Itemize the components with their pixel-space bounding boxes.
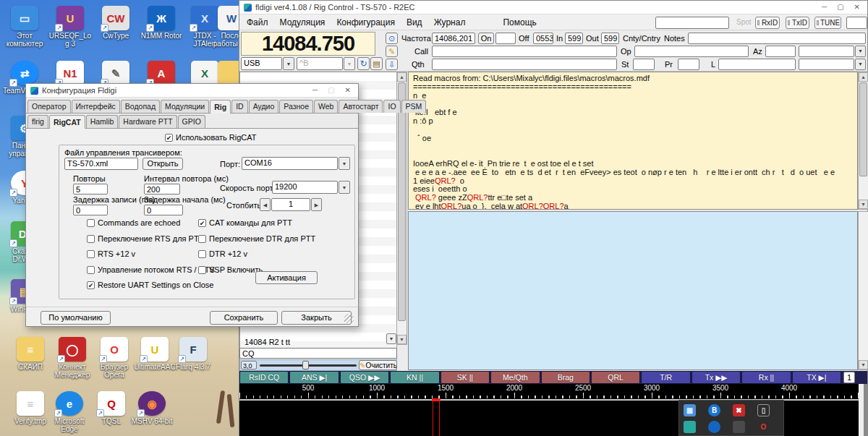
menu-4[interactable]: Вид: [401, 17, 428, 27]
maximize-icon[interactable]: ▢: [328, 84, 334, 97]
subtab-flrig[interactable]: flrig: [27, 115, 48, 128]
checkbox-icon[interactable]: [87, 250, 95, 258]
retries-input[interactable]: 5: [73, 184, 108, 195]
macro-button-3[interactable]: QSO ▶▶: [340, 371, 389, 384]
tab-io[interactable]: IO: [383, 100, 400, 113]
subtab-hardware-ptt[interactable]: Hardware PTT: [119, 115, 176, 128]
rst-out-input[interactable]: 599: [601, 33, 619, 44]
close-icon[interactable]: ✕: [854, 1, 860, 14]
tab-psm[interactable]: PSM: [401, 100, 427, 113]
macro-button-8[interactable]: QRL: [591, 371, 640, 384]
frequency-display[interactable]: 14084.750: [241, 32, 375, 56]
baud-combo[interactable]: 19200: [272, 181, 338, 194]
macro-button-7[interactable]: Brag: [541, 371, 590, 384]
macro-button-4[interactable]: KN ||: [390, 371, 439, 384]
macro-button-6[interactable]: Me/Qth: [490, 371, 540, 384]
pr-input[interactable]: [678, 59, 699, 70]
menu-3[interactable]: Конфигурация: [331, 17, 401, 27]
mode-select[interactable]: USB: [241, 57, 282, 70]
macro-button-1[interactable]: RsID CQ: [239, 371, 289, 384]
notes-dropdown-icon[interactable]: ▼: [855, 59, 866, 70]
macro-button-9[interactable]: T/R: [641, 371, 690, 384]
fldigi-titlebar[interactable]: fldigi ver4.1.08 / Rig Control - TS-570 …: [239, 1, 867, 14]
macro-button-10[interactable]: Tx ▶▶: [692, 371, 741, 384]
notes-combo[interactable]: [799, 59, 854, 70]
tab-оператор[interactable]: Оператор: [27, 100, 71, 113]
stopbits-increment-icon[interactable]: ▶: [311, 198, 322, 211]
scrollbar-thumb[interactable]: [398, 82, 406, 321]
menu-1[interactable]: Файл: [241, 17, 274, 27]
sync-button[interactable]: ↻: [357, 57, 370, 70]
menu-6[interactable]: Помощь: [497, 17, 542, 27]
cq-search-input[interactable]: CQ: [239, 348, 397, 359]
mode-dropdown-icon[interactable]: ▼: [283, 57, 294, 70]
tx-text[interactable]: [408, 211, 858, 370]
desktop-icon-urseqf-log[interactable]: U↗URSEQF_Log 3: [48, 6, 92, 48]
stopbits-decrement-icon[interactable]: ◀: [260, 198, 271, 211]
close-button[interactable]: Закрыть: [281, 311, 352, 325]
checkbox-icon[interactable]: [198, 235, 206, 243]
tray-power-blue-icon[interactable]: [708, 421, 720, 433]
clear-log-button[interactable]: ✎: [386, 46, 398, 57]
tab-web[interactable]: Web: [314, 100, 338, 113]
desktop-icon-ultimateaac[interactable]: U↗UltimateAAC: [133, 337, 176, 371]
macro-button-11[interactable]: Rx ||: [741, 371, 791, 384]
desktop-icon-ms-edge[interactable]: e↗Microsoft Edge: [48, 391, 91, 433]
freq-input[interactable]: 14086,201: [432, 33, 475, 44]
call-input[interactable]: [432, 46, 617, 57]
subtab-rigcat[interactable]: RigCAT: [49, 115, 85, 129]
tray-keyboard-icon[interactable]: ▦: [684, 404, 696, 416]
tray-bluetooth-icon[interactable]: B: [708, 404, 720, 416]
port-dropdown-icon[interactable]: ▼: [339, 157, 350, 170]
rxid-toggle[interactable]: RxID: [755, 17, 780, 29]
qrz-search-button[interactable]: ⊙: [386, 33, 398, 44]
scrollbar-thumb[interactable]: [859, 82, 867, 176]
country-combo[interactable]: [799, 46, 854, 57]
qth-input[interactable]: [432, 59, 617, 70]
scroll-up-icon[interactable]: ▲: [859, 72, 868, 82]
cnty-input[interactable]: [688, 33, 866, 44]
desktop-icon-connect-manager[interactable]: ◯↗Коннект Менеджер: [51, 337, 94, 379]
tab-водопад[interactable]: Водопад: [121, 100, 160, 113]
checkbox-icon[interactable]: [87, 219, 95, 227]
tab-id[interactable]: ID: [231, 100, 248, 113]
rx-text[interactable]: Read macros from: C:\Users\Mixalyc\fldig…: [408, 72, 858, 210]
desktop-icon-flarq[interactable]: F↗Flarq 4.3.7: [171, 337, 215, 371]
macro-button-5[interactable]: SK ||: [441, 371, 490, 384]
mode2-select[interactable]: ^B: [297, 57, 343, 70]
tray-shield-icon[interactable]: ✖: [733, 404, 745, 416]
maximize-icon[interactable]: ▢: [837, 1, 843, 14]
tray-opera-tray-icon[interactable]: O: [757, 421, 770, 433]
interval-input[interactable]: 200: [144, 184, 180, 195]
desktop-icon-this-pc[interactable]: ▭Этот компьютер: [3, 6, 46, 48]
desktop-icon-skype-folder[interactable]: ≡СКАЙП: [9, 337, 52, 371]
defaults-button[interactable]: По умолчанию: [41, 311, 111, 325]
mode2-dropdown-icon[interactable]: ▼: [344, 57, 355, 70]
desktop-icon-verify-tmp[interactable]: ≡Verify.tmp: [9, 391, 52, 425]
checkbox-icon[interactable]: [87, 266, 95, 274]
desktop-icon-cwtype[interactable]: CW↗CwType: [94, 6, 137, 40]
resize-grip[interactable]: [344, 314, 354, 323]
log-book-button[interactable]: ▤: [370, 57, 383, 70]
rst-in-input[interactable]: 599: [565, 33, 583, 44]
close-icon[interactable]: ✕: [345, 84, 351, 97]
macro-button-2[interactable]: ANS ▶|: [289, 371, 339, 384]
tx-scrollbar[interactable]: ▼: [858, 211, 868, 370]
subtab-gpio[interactable]: GPIO: [178, 115, 205, 128]
tray-device-gray-icon[interactable]: [733, 421, 745, 433]
az-input[interactable]: [765, 46, 796, 57]
tab-автостарт[interactable]: Автостарт: [339, 100, 383, 113]
tab-модуляции[interactable]: Модуляции: [161, 100, 209, 113]
country-dropdown-icon[interactable]: ▼: [855, 46, 866, 57]
txid-toggle[interactable]: TxID: [786, 17, 809, 29]
init-delay-input[interactable]: 0: [144, 205, 183, 215]
loc-input[interactable]: [718, 59, 796, 70]
minimize-icon[interactable]: ─: [312, 84, 318, 97]
on-button[interactable]: On: [478, 33, 494, 44]
tune-button[interactable]: TUNE: [814, 17, 841, 29]
checkbox-icon[interactable]: [87, 235, 95, 243]
off-input[interactable]: 0553: [533, 33, 553, 44]
subtab-hamlib[interactable]: Hamlib: [86, 115, 119, 128]
squelch-slider-thumb[interactable]: [302, 361, 309, 369]
macro-set-indicator[interactable]: 1: [843, 372, 855, 383]
